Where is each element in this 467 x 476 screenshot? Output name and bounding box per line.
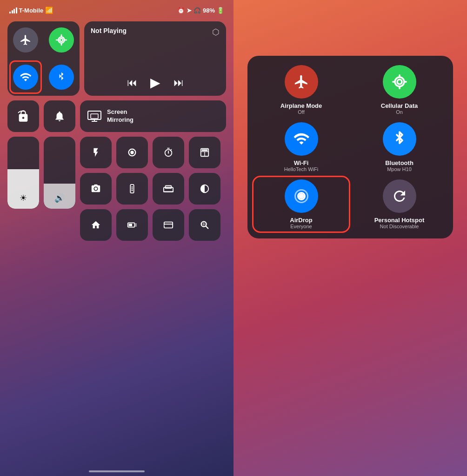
control-center: Not Playing ⬡ ⏮ ▶ ⏭ [7, 21, 226, 241]
media-next-button[interactable]: ⏭ [173, 77, 184, 89]
right-panel: Airplane Mode Off Cellular Data On [234, 0, 467, 476]
airplane-mode-icon [13, 27, 38, 53]
screen-mirror-icon [87, 111, 101, 122]
airplane-mode-item[interactable]: Airplane Mode Off [257, 65, 346, 115]
mid-row: Screen Mirroring [7, 100, 226, 132]
svg-rect-19 [202, 150, 208, 151]
airplane-mode-label: Airplane Mode Off [280, 102, 322, 115]
bluetooth-icon [49, 65, 74, 90]
left-panel: T-Mobile 📶 ⏰ ➤ 🎧 98% 🔋 [0, 0, 234, 476]
battery-icon: 🔋 [217, 7, 224, 14]
orientation-lock-button[interactable] [7, 100, 39, 132]
bluetooth-button[interactable] [44, 59, 80, 96]
connectivity-block[interactable] [7, 21, 80, 96]
svg-rect-32 [164, 224, 173, 225]
svg-rect-30 [129, 224, 132, 226]
svg-point-1 [60, 39, 63, 42]
svg-point-39 [397, 79, 402, 84]
alarm-icon: ⏰ [177, 7, 185, 14]
wifi-circle[interactable] [285, 122, 318, 156]
do-not-disturb-button[interactable] [44, 100, 75, 132]
wifi-icon [13, 65, 38, 90]
svg-point-38 [395, 77, 404, 86]
home-indicator [89, 470, 145, 472]
camera-button[interactable] [80, 173, 112, 205]
battery-percent: 98% [203, 7, 215, 14]
home-button[interactable] [80, 209, 112, 241]
volume-icon: 🔊 [54, 193, 65, 203]
timer-button[interactable] [153, 137, 184, 168]
media-controls: ⏮ ▶ ⏭ [91, 75, 220, 90]
top-row: Not Playing ⬡ ⏮ ▶ ⏭ [7, 21, 226, 96]
screen-mirroring-button[interactable]: Screen Mirroring [80, 100, 226, 132]
calculator-button[interactable] [189, 137, 220, 168]
carrier-label: T-Mobile [19, 7, 44, 14]
airdrop-circle[interactable] [285, 179, 318, 213]
bluetooth-circle[interactable] [383, 122, 416, 156]
status-left: T-Mobile 📶 [9, 7, 53, 14]
brightness-icon: ☀ [20, 193, 27, 203]
svg-rect-7 [91, 114, 98, 119]
hotspot-circle[interactable] [383, 179, 416, 213]
cellular-data-label: Cellular Data On [381, 102, 418, 115]
sleep-mode-button[interactable] [153, 173, 184, 205]
cellular-data-item[interactable]: Cellular Data On [355, 65, 444, 115]
screen-mirror-text: Screen Mirroring [107, 108, 133, 124]
svg-line-35 [206, 226, 208, 228]
utility-row-1 [80, 137, 226, 168]
hotspot-label: Personal Hotspot Not Discoverable [374, 217, 425, 229]
media-play-button[interactable]: ▶ [150, 75, 160, 90]
airplane-mode-circle[interactable] [285, 65, 318, 99]
svg-point-44 [299, 193, 304, 199]
sliders-row: ☀ 🔊 [7, 137, 226, 241]
media-prev-button[interactable]: ⏮ [127, 77, 137, 89]
signal-bars-icon [9, 7, 17, 13]
dark-mode-button[interactable] [189, 173, 220, 205]
location-icon: ➤ [187, 7, 192, 14]
record-button[interactable] [116, 137, 148, 168]
utility-row-2 [80, 173, 226, 205]
svg-point-11 [130, 151, 133, 154]
remote-button[interactable] [116, 173, 148, 205]
personal-hotspot-item[interactable]: Personal Hotspot Not Discoverable [355, 179, 444, 229]
wifi-status-icon: 📶 [45, 7, 53, 14]
media-header: Not Playing ⬡ [91, 27, 220, 37]
battery-widget-button[interactable] [116, 209, 148, 241]
wifi-item[interactable]: Wi-Fi HelloTech WiFi [257, 122, 346, 172]
status-bar: T-Mobile 📶 ⏰ ➤ 🎧 98% 🔋 [0, 0, 234, 17]
airdrop-item[interactable]: AirDrop Everyone [257, 179, 346, 229]
flashlight-button[interactable] [80, 137, 112, 168]
airplay-icon[interactable]: ⬡ [212, 27, 220, 37]
wallet-button[interactable] [153, 209, 184, 241]
wifi-label: Wi-Fi HelloTech WiFi [284, 159, 318, 172]
utility-row-3 [80, 209, 226, 241]
media-player[interactable]: Not Playing ⬡ ⏮ ▶ ⏭ [84, 21, 226, 96]
status-right: ⏰ ➤ 🎧 98% 🔋 [177, 7, 224, 14]
svg-rect-25 [166, 186, 172, 189]
volume-slider[interactable]: 🔊 [44, 137, 75, 209]
cellular-data-button[interactable] [44, 21, 80, 59]
media-title: Not Playing [91, 27, 127, 34]
cellular-icon [49, 27, 74, 53]
utility-stack [80, 137, 226, 241]
cellular-data-circle[interactable] [383, 65, 416, 99]
airplane-mode-button[interactable] [7, 21, 44, 59]
headphone-icon: 🎧 [193, 7, 201, 14]
brightness-slider[interactable]: ☀ [7, 137, 39, 209]
svg-line-15 [171, 150, 172, 151]
magnifier-button[interactable] [189, 209, 220, 241]
bluetooth-label: Bluetooth Mpow H10 [385, 159, 414, 172]
svg-rect-31 [164, 222, 173, 228]
wifi-button[interactable] [7, 59, 44, 96]
bluetooth-item[interactable]: Bluetooth Mpow H10 [355, 122, 444, 172]
airdrop-label: AirDrop Everyone [290, 217, 312, 229]
expanded-control-center: Airplane Mode Off Cellular Data On [247, 56, 453, 238]
